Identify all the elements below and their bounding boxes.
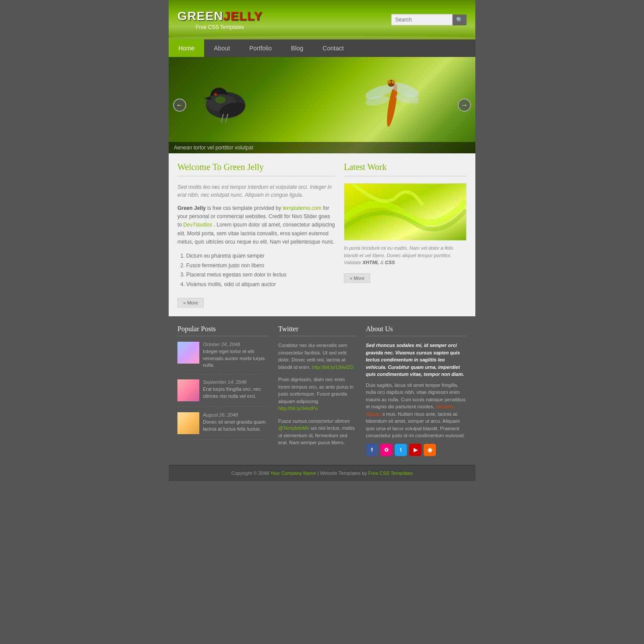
svg-point-16 xyxy=(392,80,395,84)
list-item: Fusce fermentum justo non libero xyxy=(186,261,335,271)
slider-prev-button[interactable]: ← xyxy=(173,99,186,112)
dev7studios-link[interactable]: Dev7studios xyxy=(183,222,212,228)
nav-home[interactable]: Home xyxy=(169,39,204,57)
post-thumbnail xyxy=(177,342,199,364)
tweet-text: Proin dignissim, diam nec enim lorem tem… xyxy=(278,377,354,404)
tweet-item: Curabitur nec dui venenatis sem consecte… xyxy=(278,342,357,371)
bottom-section: Popular Posts October 24, 2048 Integer e… xyxy=(169,316,475,465)
tweet-item: Proin dignissim, diam nec enim lorem tem… xyxy=(278,376,357,412)
templatemo-link[interactable]: templatemo.com xyxy=(283,205,322,211)
popular-posts-section: Popular Posts October 24, 2048 Integer e… xyxy=(177,325,269,456)
welcome-body: Green Jelly is free css template provide… xyxy=(177,204,335,246)
about-para2: Duis sagittis, lacus sit amet tempor fri… xyxy=(366,382,467,439)
work-caption-text: In porta tincidunt mi eu mattis. Nam vel… xyxy=(344,245,453,265)
post-date: August 26, 2048 xyxy=(203,412,269,418)
footer-templates-link[interactable]: Free CSS Templates xyxy=(368,471,413,476)
twitter-title: Twitter xyxy=(278,325,357,336)
nav-about[interactable]: About xyxy=(204,39,240,57)
list-item: Dictum eu pharetra quam semper xyxy=(186,251,335,261)
main-content: Welcome To Green Jelly Sed mollis leo ne… xyxy=(169,153,475,316)
svg-point-4 xyxy=(214,93,217,96)
hero-slider: ← → Aenean tortor vel porttitor volutpat xyxy=(169,57,475,153)
tweet-handle[interactable]: @TemplateMo xyxy=(278,425,309,431)
search-input[interactable] xyxy=(391,14,453,25)
post-text: Donec sit amet gravida quam lacinia at l… xyxy=(203,419,269,432)
post-content: October 24, 2048 Integer eget tortor et … xyxy=(203,342,269,368)
footer-sep: | Website Templates by xyxy=(317,471,368,476)
rss-icon[interactable]: ◉ xyxy=(424,444,436,456)
work-image xyxy=(344,183,467,240)
flickr-icon[interactable]: ✿ xyxy=(380,444,393,456)
post-item: October 24, 2048 Integer eget tortor et … xyxy=(177,342,269,374)
tweet-item: Fusce cursus consectetur ultrices @Templ… xyxy=(278,418,357,446)
logo-subtitle: Free CSS Templates xyxy=(177,24,262,30)
work-more-button[interactable]: » More xyxy=(344,273,370,283)
about-us-title: About Us xyxy=(366,325,467,336)
slider-next-button[interactable]: → xyxy=(458,99,471,112)
list-item: Placerat metus egestas sem dolor in lect… xyxy=(186,270,335,280)
search-button[interactable]: 🔍 xyxy=(453,14,467,25)
about-para1: Sed rhoncus sodales mi, id semper orci g… xyxy=(366,342,467,378)
twitter-icon[interactable]: t xyxy=(395,444,407,456)
css-label: CSS xyxy=(385,260,395,265)
tweet-text: Fusce cursus consectetur ultrices xyxy=(278,418,350,424)
post-content: September 14, 2048 Erat turpis fringilla… xyxy=(203,379,269,401)
svg-point-8 xyxy=(215,96,226,103)
post-date: September 14, 2048 xyxy=(203,379,269,385)
logo-jelly: JELLY xyxy=(223,9,263,23)
about-us-section: About Us Sed rhoncus sodales mi, id semp… xyxy=(366,325,467,456)
nav-blog[interactable]: Blog xyxy=(281,39,313,57)
header: GREENJELLY Free CSS Templates 🔍 xyxy=(169,0,475,39)
welcome-title: Welcome To Green Jelly xyxy=(177,162,335,177)
list-item: Vivamus mollis, odio ut aliquam auctor xyxy=(186,280,335,290)
post-thumbnail xyxy=(177,379,199,401)
xhtml-label: XHTML xyxy=(362,260,379,265)
slider-image xyxy=(169,57,475,153)
logo-text: GREENJELLY xyxy=(177,9,262,23)
welcome-intro: Sed mollis leo nec est tempor interdum e… xyxy=(177,183,335,199)
post-item: August 26, 2048 Donec sit amet gravida q… xyxy=(177,412,269,440)
welcome-section: Welcome To Green Jelly Sed mollis leo ne… xyxy=(177,162,335,308)
footer: Copyright © 2048 Your Company Name | Web… xyxy=(169,465,475,481)
youtube-icon[interactable]: ▶ xyxy=(409,444,421,456)
about-para1-text: Sed rhoncus sodales mi, id semper orci g… xyxy=(366,343,464,377)
slider-caption: Aenean tortor vel porttitor volutpat xyxy=(169,142,475,153)
latest-work-section: Latest Work xyxy=(344,162,467,308)
post-thumbnail xyxy=(177,412,199,434)
post-text: Erat turpis fringilla orci, nec ultrices… xyxy=(203,386,269,400)
nav-portfolio[interactable]: Portfolio xyxy=(240,39,281,57)
tweet-link[interactable]: http://bit.ly/34sdPo xyxy=(278,406,318,411)
svg-point-15 xyxy=(387,80,391,84)
brand-name: Green Jelly xyxy=(177,205,206,211)
pigeon-image xyxy=(195,70,256,131)
logo: GREENJELLY Free CSS Templates xyxy=(177,9,262,30)
footer-company-link[interactable]: Your Company Name xyxy=(270,471,316,476)
nav: Home About Portfolio Blog Contact xyxy=(169,39,475,57)
popular-posts-title: Popular Posts xyxy=(177,325,269,336)
post-date: October 24, 2048 xyxy=(203,342,269,347)
work-caption: In porta tincidunt mi eu mattis. Nam vel… xyxy=(344,244,467,266)
logo-green: GREEN xyxy=(177,9,223,23)
search-area: 🔍 xyxy=(391,14,467,25)
post-text: Integer eget tortor et elit venenatis au… xyxy=(203,348,269,368)
facebook-icon[interactable]: f xyxy=(366,444,378,456)
welcome-more-button[interactable]: » More xyxy=(177,298,204,308)
footer-copyright: Copyright © 2048 xyxy=(231,471,269,476)
tweet-link[interactable]: http://bit.ly/13bviZO xyxy=(312,364,354,370)
social-icons: f ✿ t ▶ ◉ xyxy=(366,444,467,456)
twitter-section: Twitter Curabitur nec dui venenatis sem … xyxy=(278,325,357,456)
post-content: August 26, 2048 Donec sit amet gravida q… xyxy=(203,412,269,434)
nav-contact[interactable]: Contact xyxy=(313,39,353,57)
dragonfly-image xyxy=(366,66,418,136)
latest-work-title: Latest Work xyxy=(344,162,467,177)
welcome-list: Dictum eu pharetra quam semper Fusce fer… xyxy=(186,251,335,289)
post-item: September 14, 2048 Erat turpis fringilla… xyxy=(177,379,269,407)
welcome-body1: is free css template provided by xyxy=(207,205,281,211)
